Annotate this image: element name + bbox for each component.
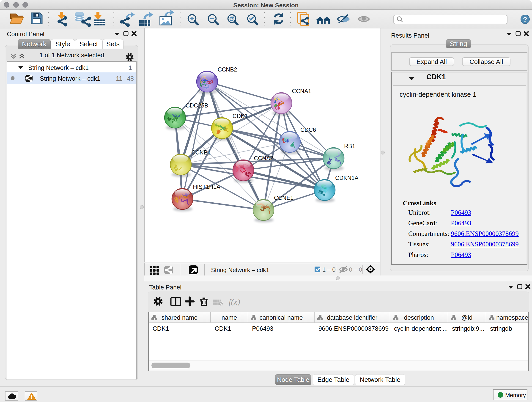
svg-text:CDC6: CDC6 [300,127,316,133]
svg-text:CCNA1: CCNA1 [292,88,311,94]
svg-text:CCNB1: CCNB1 [191,149,211,156]
svg-text:RB1: RB1 [344,143,355,149]
svg-text:CDC25B: CDC25B [186,102,208,109]
svg-text:CCNB2: CCNB2 [218,66,237,73]
svg-text:f(x): f(x) [229,297,240,306]
svg-text:CDK1: CDK1 [233,113,248,119]
svg-text:1 – 0: 1 – 0 [322,266,336,273]
svg-text:HIST1H1A: HIST1H1A [193,184,220,190]
svg-text:CDKN1A: CDKN1A [335,175,359,181]
svg-text:CCNE1: CCNE1 [274,195,293,201]
svg-text:CCNA2: CCNA2 [254,155,273,161]
svg-text:0 – 0: 0 – 0 [349,266,362,273]
